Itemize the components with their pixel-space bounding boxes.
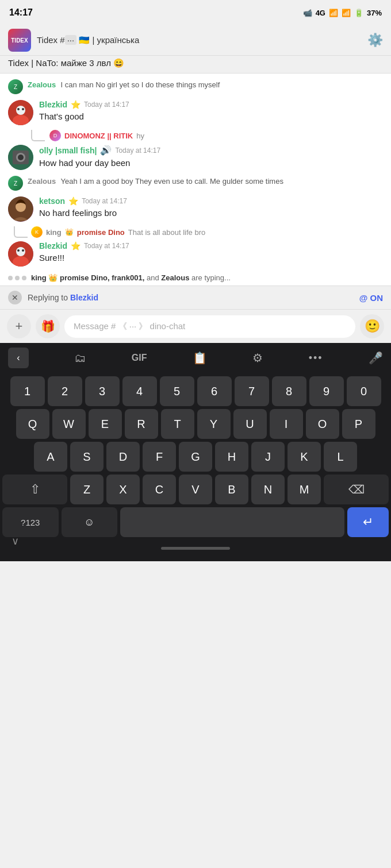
more-button[interactable]: •••	[309, 352, 323, 364]
key-1[interactable]: 1	[10, 376, 45, 406]
key-o[interactable]: O	[306, 409, 339, 439]
home-indicator	[161, 547, 230, 550]
message-content: Zealous I can man No girl yet so I do th…	[28, 79, 383, 90]
list-item: olly |small fish| 🔊 Today at 14:17 How h…	[0, 141, 391, 173]
reply-curve-icon	[14, 226, 28, 238]
key-v[interactable]: V	[179, 474, 212, 504]
king-avatar: K	[31, 226, 43, 238]
username-ketson: ketson	[39, 196, 65, 206]
reply-bar-left: ✕ Replying to Blezkid	[8, 291, 98, 304]
avatar	[8, 241, 33, 267]
svg-point-3	[17, 108, 20, 110]
username-olly: olly |small fish|	[39, 146, 97, 155]
gif-button[interactable]: GIF	[132, 353, 147, 363]
message-text: No hard feelings bro	[39, 207, 383, 219]
emoji-key[interactable]: ☺	[62, 507, 118, 537]
sticker-icon[interactable]: 🗂	[74, 352, 86, 365]
svg-point-8	[18, 155, 24, 160]
list-item: ketson ⭐ Today at 14:17 No hard feelings…	[0, 193, 391, 225]
key-7[interactable]: 7	[235, 376, 269, 406]
key-r[interactable]: R	[125, 409, 158, 439]
star-badge: ⭐	[68, 196, 78, 206]
key-u[interactable]: U	[233, 409, 267, 439]
settings-icon[interactable]: ⚙️	[367, 33, 383, 48]
key-h[interactable]: H	[215, 442, 248, 472]
space-key[interactable]	[120, 507, 344, 537]
key-8[interactable]: 8	[272, 376, 306, 406]
dot-1	[8, 276, 13, 280]
signal-4g: 4G	[316, 9, 325, 17]
typing-dots	[8, 276, 26, 280]
status-icons: 📹 4G 📶 📶 🔋 37%	[303, 9, 382, 17]
add-button[interactable]: +	[7, 314, 31, 338]
key-y[interactable]: Y	[197, 409, 231, 439]
key-c[interactable]: C	[143, 474, 176, 504]
key-9[interactable]: 9	[309, 376, 344, 406]
key-g[interactable]: G	[179, 442, 212, 472]
gift-button[interactable]: 🎁	[36, 314, 60, 338]
key-j[interactable]: J	[251, 442, 285, 472]
key-i[interactable]: I	[270, 409, 303, 439]
qwerty-row: Q W E R T Y U I O P	[2, 409, 389, 439]
key-f[interactable]: F	[143, 442, 176, 472]
key-6[interactable]: 6	[197, 376, 232, 406]
sub-header: Tidex | NaTo: майже 3 лвл 😄	[0, 56, 391, 74]
key-k[interactable]: K	[288, 442, 321, 472]
settings-keyboard-icon[interactable]: ⚙	[252, 351, 263, 365]
battery-icon: 🔋	[354, 9, 363, 17]
key-l[interactable]: L	[324, 442, 357, 472]
signal-bars: 📶	[329, 9, 338, 17]
zxcv-row: ⇧ Z X C V B N M ⌫	[2, 474, 389, 504]
key-0[interactable]: 0	[347, 376, 381, 406]
key-n[interactable]: N	[251, 474, 285, 504]
message-input-row: + 🎁 Message # 《 ··· 》 dino-chat 🙂	[0, 309, 391, 343]
svg-point-4	[22, 108, 24, 110]
key-a[interactable]: A	[34, 442, 67, 472]
key-x[interactable]: X	[106, 474, 140, 504]
message-text: Sure!!!	[39, 252, 383, 264]
key-w[interactable]: W	[52, 409, 86, 439]
keyboard-toolbar: ‹ 🗂 GIF 📋 ⚙ ••• 🎤	[0, 343, 391, 373]
at-on-toggle[interactable]: @ ON	[359, 293, 383, 303]
typing-indicator: king 👑 promise Dino, frank001, and Zealo…	[0, 270, 391, 286]
key-p[interactable]: P	[342, 409, 375, 439]
clipboard-icon[interactable]: 📋	[193, 351, 207, 365]
key-b[interactable]: B	[215, 474, 248, 504]
avatar	[8, 196, 33, 222]
key-d[interactable]: D	[106, 442, 140, 472]
message-content: Blezkid ⭐ Today at 14:17 Sure!!!	[39, 241, 383, 264]
dot-3	[22, 276, 26, 280]
message-header: Blezkid ⭐ Today at 14:17	[39, 241, 383, 250]
status-bar: 14:17 📹 4G 📶 📶 🔋 37%	[0, 0, 391, 25]
message-header: ketson ⭐ Today at 14:17	[39, 196, 383, 206]
key-z[interactable]: Z	[70, 474, 103, 504]
microphone-icon[interactable]: 🎤	[369, 351, 383, 365]
message-text: How had your day been	[39, 157, 383, 169]
emoji-button[interactable]: 🙂	[360, 314, 384, 338]
key-4[interactable]: 4	[122, 376, 157, 406]
chevron-down-icon[interactable]: ∨	[12, 535, 19, 547]
numbers-key[interactable]: ?123	[2, 507, 59, 537]
key-e[interactable]: E	[89, 409, 122, 439]
key-q[interactable]: Q	[16, 409, 49, 439]
avatar: Z	[8, 176, 23, 191]
key-s[interactable]: S	[70, 442, 103, 472]
king-username: king	[46, 228, 62, 237]
return-key[interactable]: ↵	[347, 507, 389, 537]
message-header: olly |small fish| 🔊 Today at 14:17	[39, 145, 383, 156]
close-reply-button[interactable]: ✕	[8, 291, 22, 304]
backspace-key[interactable]: ⌫	[324, 474, 389, 504]
reply-curve-icon	[31, 130, 45, 141]
key-m[interactable]: M	[288, 474, 321, 504]
key-3[interactable]: 3	[85, 376, 120, 406]
app-header: TIDEX Tidex #··· 🇺🇦 | українська ⚙️	[0, 25, 391, 56]
key-t[interactable]: T	[161, 409, 194, 439]
shift-key[interactable]: ⇧	[2, 474, 67, 504]
reply-avatar: D	[49, 130, 61, 141]
key-5[interactable]: 5	[160, 376, 194, 406]
key-2[interactable]: 2	[48, 376, 82, 406]
reply-bar: ✕ Replying to Blezkid @ ON	[0, 286, 391, 309]
keyboard-back-button[interactable]: ‹	[8, 348, 29, 368]
list-item: K king 👑 promise Dino That is all about …	[0, 225, 391, 238]
message-input[interactable]: Message # 《 ··· 》 dino-chat	[64, 315, 355, 338]
